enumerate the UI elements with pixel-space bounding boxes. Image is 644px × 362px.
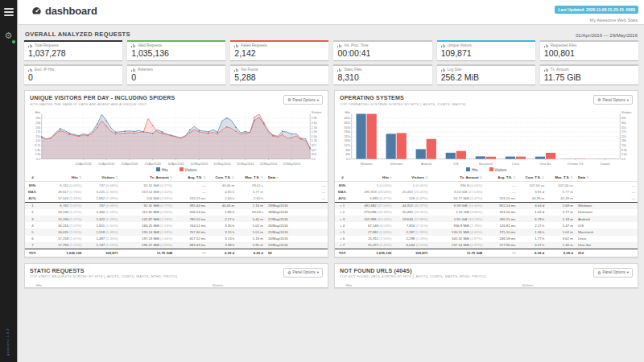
svg-text:36k: 36k	[621, 121, 626, 124]
table-row[interactable]: ▸3105,986 (10.24%)19,643 (17.88%)1.91 Gi…	[335, 216, 638, 222]
site-name: My Awesome Web Stats	[590, 18, 638, 23]
table-row[interactable]: ▸2273,096 (26.38%)25,492 (23.20%)1.15 Gi…	[335, 209, 638, 216]
table-row: 617,258 (1.67%)1,487 (1.35%)197.23 MiB (…	[25, 236, 328, 242]
panel-title: OPERATING SYSTEMS	[340, 95, 466, 101]
panel-operating-systems: OPERATING SYSTEMS TOP OPERATING SYSTEMS …	[334, 90, 638, 257]
expand-row-icon[interactable]: ▸	[341, 224, 342, 228]
stat-card-value: 109,871	[441, 48, 531, 58]
table-row[interactable]: ▸1491,682 (47.50%)44,352 (40.37%)6.39 Gi…	[335, 202, 638, 209]
sort-icon[interactable]: ⇅	[425, 176, 427, 179]
column-header-tx-amount[interactable]: Tx. Amount ⇅	[430, 174, 485, 182]
sort-icon[interactable]: ⇅	[232, 176, 234, 179]
svg-text:13k: 13k	[621, 144, 626, 147]
overall-stat-cards: Total Requests1,037,278Valid Requests1,0…	[24, 40, 638, 84]
bar-chart-icon	[131, 43, 136, 47]
sort-icon[interactable]: ⇅	[542, 176, 544, 179]
expand-row-icon[interactable]: ▸	[341, 237, 342, 241]
operating-systems-chart[interactable]: 441k40k392k36k343k31k294k27k245k22k196k1…	[339, 109, 634, 167]
column-header-visitors[interactable]: Visitors ⇅	[394, 174, 430, 182]
table-row[interactable]: ▸625,911 (2.50%)2,298 (2.09%)345.32 MiB …	[335, 236, 638, 242]
column-header-data[interactable]: Data ▾	[266, 174, 328, 182]
sort-icon[interactable]: ⇅	[203, 176, 205, 179]
svg-text:Visitors: Visitors	[312, 109, 322, 113]
svg-text:Visitors: Visitors	[621, 109, 632, 113]
stat-card-value: 0	[28, 72, 118, 82]
svg-text:196k: 196k	[344, 139, 350, 142]
stat-card-label: Excl. IP Hits	[35, 68, 54, 72]
brand: dashboard	[31, 5, 97, 17]
bar-chart-icon	[441, 43, 446, 47]
app-title: dashboard	[45, 5, 97, 17]
axis-label-visitors: Visitors	[522, 283, 534, 287]
panel-title: UNIQUE VISITORS PER DAY - INCLUDING SPID…	[30, 95, 175, 101]
expand-row-icon[interactable]: ▸	[341, 204, 342, 208]
svg-text:31k: 31k	[621, 125, 626, 129]
svg-text:1.9k: 1.9k	[312, 130, 317, 134]
column-header-cum-t-s-[interactable]: Cum. T.S. ⇅	[208, 174, 237, 182]
column-header-hits[interactable]: Hits ⇅	[40, 174, 85, 182]
expand-row-icon[interactable]: ▸	[341, 218, 342, 221]
panel-options-button[interactable]: ⚙ Panel Options ▾	[283, 95, 323, 105]
legend-swatch	[466, 167, 470, 171]
svg-text:2.6k: 2.6k	[312, 121, 317, 124]
column-header-visitors[interactable]: Visitors ⇅	[84, 174, 120, 182]
legend-item[interactable]: Visitors	[180, 167, 197, 172]
panel-options-button[interactable]: ⚙ Panel Options ▾	[283, 268, 323, 278]
stat-card-label: Tx. Amount	[551, 68, 569, 72]
bar-chart-icon	[234, 43, 239, 47]
svg-text:15k: 15k	[35, 134, 40, 138]
column-header-max-t-s-[interactable]: Max. T.S. ⇅	[237, 174, 266, 182]
panel-subtitle: TOP OPERATING SYSTEMS SORTED BY HITS [, …	[340, 102, 466, 106]
column-header-tx-amount[interactable]: Tx. Amount ⇅	[120, 174, 175, 182]
panel-options-button[interactable]: ⚙ Panel Options ▾	[593, 268, 633, 278]
caret-down-icon: ▾	[627, 98, 629, 102]
svg-text:10/May/2016: 10/May/2016	[213, 162, 231, 165]
column-header-cum-t-s-[interactable]: Cum. T.S. ⇅	[518, 174, 547, 182]
expand-row-icon[interactable]: ▸	[341, 244, 342, 247]
svg-text:23k: 23k	[35, 121, 40, 124]
bar-chart-icon	[234, 68, 239, 72]
table-row[interactable]: ▸725,371 (2.45%)6,044 (5.50%)237.54 MiB …	[335, 242, 638, 249]
sort-icon[interactable]: ⇅	[115, 176, 118, 179]
column-header-max-t-s-[interactable]: Max. T.S. ⇅	[547, 174, 576, 182]
last-updated-badge: Last Updated: 2020-11-08 21:23:15 -0600	[555, 6, 638, 14]
panel-subtitle: TOP STATIC REQUESTS SORTED BY HITS [, AV…	[30, 274, 177, 278]
panel-title: NOT FOUND URLS (404S)	[340, 268, 486, 274]
bar-chart-icon	[337, 68, 342, 72]
sort-icon[interactable]: ⇅	[586, 176, 588, 179]
sort-active-icon[interactable]: ▾	[390, 176, 391, 179]
svg-text:2.9k: 2.9k	[35, 153, 40, 156]
sort-active-icon[interactable]: ▾	[276, 176, 278, 179]
sort-icon[interactable]: ⇅	[170, 176, 172, 179]
legend-item[interactable]: Hits	[466, 167, 478, 172]
menu-toggle-icon[interactable]	[4, 8, 14, 16]
caret-down-icon: ▾	[627, 270, 629, 274]
bar-chart-icon	[28, 68, 33, 72]
expand-row-icon[interactable]: ▸	[341, 231, 342, 234]
stat-card-label: Not Found	[241, 68, 258, 72]
expand-row-icon[interactable]: ▸	[341, 211, 342, 214]
table-row[interactable]: ▸527,881 (2.69%)2,187 (1.99%)530.51 MiB …	[335, 228, 638, 235]
column-header-avg-t-s-[interactable]: Avg. T.S. ⇅	[485, 174, 518, 182]
panel-options-button[interactable]: ⚙ Panel Options ▾	[593, 95, 633, 105]
table-row[interactable]: ▸467,546 (6.53%)7,816 (7.11%)936.9 MiB (…	[335, 222, 638, 228]
svg-text:15/May/2016: 15/May/2016	[237, 162, 254, 165]
svg-text:20/May/2016: 20/May/2016	[260, 162, 278, 165]
sort-icon[interactable]: ⇅	[261, 176, 263, 179]
sort-icon[interactable]: ⇅	[513, 176, 515, 179]
sort-icon[interactable]: ⇅	[79, 176, 81, 179]
legend-item[interactable]: Hits	[156, 167, 168, 172]
sidebar-version-text: goaccess 1.4.2	[6, 328, 10, 356]
legend-item[interactable]: Visitors	[489, 167, 507, 172]
stat-card: Valid Requests1,035,136	[127, 40, 225, 60]
column-header-avg-t-s-[interactable]: Avg. T.S. ⇅	[175, 174, 208, 182]
svg-text:647: 647	[312, 148, 316, 151]
column-header-hits[interactable]: Hits ▾	[350, 174, 394, 182]
table-row: 717,794 (1.72%)1,747 (1.59%)196.21 MiB (…	[25, 242, 328, 249]
date-range: 01/Apr/2016 — 29/May/2016	[576, 33, 638, 38]
sort-icon[interactable]: ⇅	[571, 176, 573, 179]
settings-gear-icon[interactable]: ⚙	[3, 27, 14, 42]
unique-visitors-chart[interactable]: 10/Apr/201615/Apr/201620/Apr/201625/Apr/…	[29, 109, 324, 167]
sort-icon[interactable]: ⇅	[480, 176, 482, 179]
column-header-data[interactable]: Data ⇅	[576, 174, 638, 182]
